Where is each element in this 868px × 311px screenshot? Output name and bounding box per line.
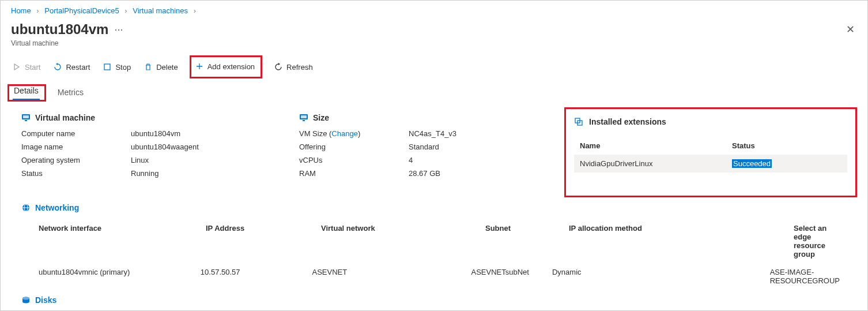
value-vmsize: NC4as_T4_v3: [409, 129, 553, 138]
extensions-header: Installed extensions: [589, 117, 666, 126]
chevron-right-icon: ›: [194, 6, 196, 15]
breadcrumb-vms[interactable]: Virtual machines: [133, 6, 188, 15]
more-icon[interactable]: ···: [114, 24, 123, 36]
trash-icon: [144, 62, 153, 72]
svg-rect-2: [23, 115, 29, 118]
close-icon[interactable]: ✕: [844, 21, 857, 38]
svg-rect-0: [104, 64, 110, 70]
label-vmsize: VM Size (Change): [299, 129, 409, 138]
networking-section-header[interactable]: Networking: [21, 203, 857, 212]
disk-icon: [21, 295, 31, 305]
extensions-panel: Installed extensions Name Status NvidiaG…: [564, 107, 857, 197]
toolbar: Start Restart Stop Delete Add extension …: [11, 55, 857, 78]
extension-name: NvidiaGpuDriverLinux: [580, 159, 732, 168]
net-col-rg: Select an edge resource group: [794, 224, 840, 258]
chevron-right-icon: ›: [36, 6, 39, 15]
globe-icon: [21, 203, 31, 212]
net-col-ip: IP Address: [206, 224, 321, 258]
ext-col-status: Status: [732, 141, 841, 150]
value-os: Linux: [131, 156, 299, 164]
label-offering: Offering: [299, 143, 409, 151]
restart-icon: [53, 62, 62, 72]
start-label: Start: [25, 63, 40, 72]
net-col-vnet: Virtual network: [321, 224, 485, 258]
net-col-alloc: IP allocation method: [569, 224, 794, 258]
net-alloc: Dynamic: [552, 268, 770, 285]
page-title: ubuntu1804vm: [11, 21, 108, 38]
label-image-name: Image name: [21, 143, 131, 151]
refresh-icon: [274, 62, 283, 72]
refresh-label: Refresh: [286, 63, 313, 72]
breadcrumb-device[interactable]: PortalPhysicalDevice5: [44, 6, 119, 15]
net-col-nic: Network interface: [39, 224, 206, 258]
delete-button[interactable]: Delete: [142, 60, 179, 74]
net-subnet: ASEVNETsubNet: [471, 268, 552, 285]
network-row: ubuntu1804vmnic (primary) 10.57.50.57 AS…: [21, 263, 857, 290]
stop-button[interactable]: Stop: [101, 60, 132, 74]
add-extension-label: Add extension: [207, 62, 255, 71]
restart-label: Restart: [66, 63, 90, 72]
extension-icon: [574, 117, 583, 126]
monitor-icon: [299, 113, 308, 122]
ext-col-name: Name: [580, 141, 732, 150]
breadcrumb: Home › PortalPhysicalDevice5 › Virtual m…: [11, 6, 857, 15]
net-vnet: ASEVNET: [312, 268, 471, 285]
label-ram: RAM: [299, 169, 409, 178]
size-section-header: Size: [299, 113, 553, 122]
label-computer-name: Computer name: [21, 129, 131, 138]
net-ip: 10.57.50.57: [201, 268, 312, 285]
tab-metrics[interactable]: Metrics: [56, 84, 85, 102]
value-computer-name: ubuntu1804vm: [131, 129, 299, 138]
stop-label: Stop: [115, 63, 131, 72]
net-nic: ubuntu1804vmnic (primary): [39, 268, 201, 285]
delete-label: Delete: [156, 63, 178, 72]
vm-section-header: Virtual machine: [21, 113, 299, 122]
start-button[interactable]: Start: [11, 60, 41, 74]
refresh-button[interactable]: Refresh: [273, 60, 314, 74]
label-vcpus: vCPUs: [299, 156, 409, 164]
tabs: Details Metrics: [11, 84, 857, 102]
svg-rect-5: [301, 115, 307, 118]
chevron-right-icon: ›: [124, 6, 127, 15]
value-status: Running: [131, 169, 299, 178]
monitor-icon: [21, 113, 31, 122]
svg-rect-6: [303, 120, 305, 121]
add-extension-button[interactable]: Add extension: [194, 59, 256, 73]
restart-button[interactable]: Restart: [52, 60, 91, 74]
change-size-link[interactable]: Change: [331, 129, 358, 138]
stop-icon: [103, 62, 112, 72]
value-ram: 28.67 GB: [409, 169, 553, 178]
tab-details[interactable]: Details: [13, 83, 40, 100]
value-image-name: ubuntu1804waagent: [131, 143, 299, 151]
net-col-subnet: Subnet: [485, 224, 569, 258]
value-offering: Standard: [409, 143, 553, 151]
label-os: Operating system: [21, 156, 131, 164]
page-subtitle: Virtual machine: [11, 39, 857, 47]
disks-section-header[interactable]: Disks: [21, 295, 857, 305]
extension-status: Succeeded: [732, 159, 772, 168]
breadcrumb-home[interactable]: Home: [11, 6, 31, 15]
svg-point-13: [22, 297, 29, 300]
extension-row[interactable]: NvidiaGpuDriverLinux Succeeded: [574, 155, 847, 173]
label-status: Status: [21, 169, 131, 178]
plus-icon: [195, 62, 204, 71]
net-rg: ASE-IMAGE-RESOURCEGROUP: [770, 268, 840, 285]
svg-rect-3: [25, 120, 27, 121]
play-icon: [12, 62, 21, 72]
value-vcpus: 4: [409, 156, 553, 164]
